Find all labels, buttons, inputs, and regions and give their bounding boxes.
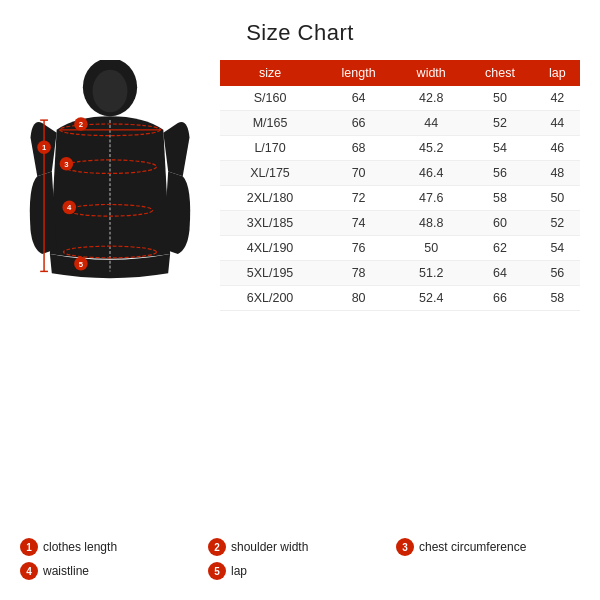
- table-cell: 78: [320, 261, 397, 286]
- page-container: Size Chart: [0, 0, 600, 600]
- legend-badge: 2: [208, 538, 226, 556]
- legend-item: 1clothes length: [20, 538, 204, 556]
- col-header-length: length: [320, 60, 397, 86]
- table-cell: 64: [465, 261, 534, 286]
- table-cell: 3XL/185: [220, 211, 320, 236]
- table-cell: 50: [397, 236, 465, 261]
- legend-item: 2shoulder width: [208, 538, 392, 556]
- legend-badge: 1: [20, 538, 38, 556]
- table-row: 2XL/1807247.65850: [220, 186, 580, 211]
- svg-text:1: 1: [42, 143, 47, 152]
- table-cell: 44: [535, 111, 580, 136]
- table-row: L/1706845.25446: [220, 136, 580, 161]
- table-cell: 47.6: [397, 186, 465, 211]
- legend-badge: 4: [20, 562, 38, 580]
- table-row: M/16566445244: [220, 111, 580, 136]
- table-row: XL/1757046.45648: [220, 161, 580, 186]
- col-header-width: width: [397, 60, 465, 86]
- table-cell: 48.8: [397, 211, 465, 236]
- table-cell: 66: [320, 111, 397, 136]
- table-cell: 66: [465, 286, 534, 311]
- col-header-chest: chest: [465, 60, 534, 86]
- table-cell: 72: [320, 186, 397, 211]
- table-cell: M/165: [220, 111, 320, 136]
- table-row: 3XL/1857448.86052: [220, 211, 580, 236]
- table-cell: 58: [465, 186, 534, 211]
- legend-item: 4waistline: [20, 562, 204, 580]
- col-header-lap: lap: [535, 60, 580, 86]
- table-row: 6XL/2008052.46658: [220, 286, 580, 311]
- table-cell: 60: [465, 211, 534, 236]
- col-header-size: size: [220, 60, 320, 86]
- legend: 1clothes length2shoulder width3chest cir…: [20, 538, 580, 580]
- table-cell: 68: [320, 136, 397, 161]
- table-cell: 52: [535, 211, 580, 236]
- table-row: S/1606442.85042: [220, 86, 580, 111]
- svg-text:4: 4: [67, 203, 72, 212]
- table-cell: 58: [535, 286, 580, 311]
- legend-badge: 3: [396, 538, 414, 556]
- svg-point-1: [93, 70, 128, 113]
- main-content: 1 2 3 4 5: [20, 60, 580, 524]
- table-cell: 46.4: [397, 161, 465, 186]
- table-cell: 52: [465, 111, 534, 136]
- page-title: Size Chart: [20, 20, 580, 46]
- table-header-row: size length width chest lap: [220, 60, 580, 86]
- table-cell: 52.4: [397, 286, 465, 311]
- table-cell: 74: [320, 211, 397, 236]
- table-cell: 51.2: [397, 261, 465, 286]
- jacket-diagram: 1 2 3 4 5: [20, 60, 210, 524]
- size-table: size length width chest lap S/1606442.85…: [220, 60, 580, 311]
- legend-item: 3chest circumference: [396, 538, 580, 556]
- table-cell: 56: [535, 261, 580, 286]
- table-cell: L/170: [220, 136, 320, 161]
- table-cell: 64: [320, 86, 397, 111]
- table-cell: 70: [320, 161, 397, 186]
- legend-label: waistline: [43, 564, 89, 578]
- table-cell: 46: [535, 136, 580, 161]
- table-cell: 50: [465, 86, 534, 111]
- table-cell: 54: [465, 136, 534, 161]
- table-cell: 42.8: [397, 86, 465, 111]
- table-cell: 62: [465, 236, 534, 261]
- table-row: 4XL/19076506254: [220, 236, 580, 261]
- table-cell: 56: [465, 161, 534, 186]
- table-cell: 45.2: [397, 136, 465, 161]
- svg-text:2: 2: [79, 120, 83, 129]
- size-table-container: size length width chest lap S/1606442.85…: [220, 60, 580, 524]
- table-cell: 4XL/190: [220, 236, 320, 261]
- table-cell: 6XL/200: [220, 286, 320, 311]
- legend-item: 5lap: [208, 562, 392, 580]
- legend-label: shoulder width: [231, 540, 308, 554]
- table-cell: 80: [320, 286, 397, 311]
- svg-text:5: 5: [79, 260, 84, 269]
- table-cell: 44: [397, 111, 465, 136]
- legend-label: chest circumference: [419, 540, 526, 554]
- table-row: 5XL/1957851.26456: [220, 261, 580, 286]
- legend-badge: 5: [208, 562, 226, 580]
- legend-label: lap: [231, 564, 247, 578]
- table-cell: 5XL/195: [220, 261, 320, 286]
- table-cell: 2XL/180: [220, 186, 320, 211]
- table-cell: 48: [535, 161, 580, 186]
- table-cell: S/160: [220, 86, 320, 111]
- svg-text:3: 3: [64, 160, 69, 169]
- table-cell: XL/175: [220, 161, 320, 186]
- table-cell: 76: [320, 236, 397, 261]
- table-cell: 42: [535, 86, 580, 111]
- table-cell: 54: [535, 236, 580, 261]
- legend-label: clothes length: [43, 540, 117, 554]
- table-cell: 50: [535, 186, 580, 211]
